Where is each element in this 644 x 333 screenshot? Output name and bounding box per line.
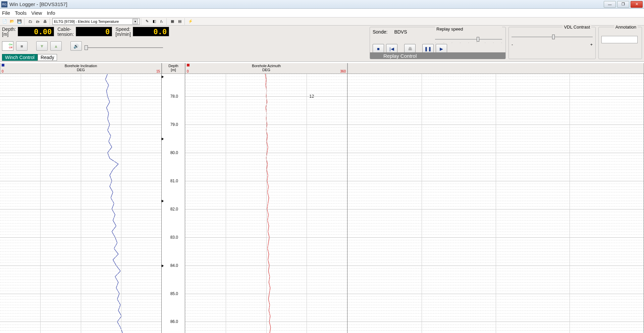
speed-readout: 0.0	[133, 27, 169, 36]
vdl-plus: +	[590, 42, 593, 47]
replay-stop-button[interactable]: ■	[373, 44, 384, 53]
inc-marker-icon	[2, 64, 4, 66]
winch-stop-button[interactable]: ■	[16, 41, 28, 51]
annotation-legend: Annotation	[614, 25, 638, 30]
tool-combo-text: ELTG [9739] - Electric Log Temperature	[54, 19, 119, 23]
cable-readout: 0	[76, 27, 112, 36]
replay-restart-button[interactable]: |◀	[386, 44, 397, 53]
toolbar: 📄 📂 💾 🗀 🗁 🖶 ELTG [9739] - Electric Log T…	[0, 17, 644, 26]
toolbar-grid-icon[interactable]: ▦	[169, 18, 176, 25]
title-bar: RG Win Logger - [BDVS3157] — ❐ ✕	[0, 0, 644, 9]
toolbar-bolt-icon[interactable]: ⚡	[187, 18, 194, 25]
ready-status: Ready	[38, 54, 57, 61]
azi-marker-icon	[187, 64, 190, 66]
chevron-down-icon: ▾	[132, 19, 138, 24]
menu-info[interactable]: Info	[47, 10, 55, 16]
sonde-value: BDVS	[394, 29, 407, 35]
winch-down-button[interactable]: ▼	[36, 41, 48, 51]
plot-depth[interactable]: 78.079.080.081.082.083.084.085.086.0	[162, 74, 185, 333]
toolbar-new-icon[interactable]: 📄	[1, 18, 8, 25]
toolbar-print-icon[interactable]: 🖶	[42, 18, 48, 25]
cable-label: Cable-tension:	[57, 27, 74, 37]
vdl-legend: VDL Contrast	[562, 25, 591, 30]
menu-tools[interactable]: Tools	[15, 10, 26, 16]
maximize-button[interactable]: ❐	[617, 1, 629, 8]
close-button[interactable]: ✕	[631, 1, 643, 8]
replay-speed-slider[interactable]	[435, 39, 502, 40]
plot-inclination[interactable]	[0, 74, 162, 333]
replay-pause-button[interactable]: ❚❚	[422, 44, 434, 53]
tool-combo[interactable]: ELTG [9739] - Electric Log Temperature ▾	[52, 18, 140, 25]
toolbar-open-icon[interactable]: 📂	[9, 18, 15, 25]
sonde-label: Sonde:	[373, 29, 387, 35]
replay-play-button[interactable]: ▶	[436, 44, 447, 53]
toolbar-folder-icon[interactable]: 🗀	[27, 18, 34, 25]
toolbar-wand-icon[interactable]: ✎	[144, 18, 150, 25]
onoff-toggle[interactable]: OnOff	[2, 41, 13, 51]
toolbar-fx-icon[interactable]: fₓ	[158, 18, 165, 25]
menu-file[interactable]: File	[2, 10, 10, 16]
track-header-blank	[347, 63, 644, 74]
toolbar-fileopen-icon[interactable]: 🗁	[34, 18, 41, 25]
speed-label: Speed:[m/min]	[115, 27, 131, 37]
toolbar-save-icon[interactable]: 💾	[16, 18, 23, 25]
plot-azimuth[interactable]: 12	[185, 74, 347, 333]
window-title: Win Logger - [BDVS3157]	[9, 1, 604, 7]
replay-print-button[interactable]: 🖶	[404, 44, 416, 53]
menu-view[interactable]: View	[31, 10, 42, 16]
menu-bar: File Tools View Info	[0, 9, 644, 17]
minimize-button[interactable]: —	[604, 1, 616, 8]
track-header-azimuth: Borehole Azimuth DEG 0 360	[185, 63, 347, 74]
annotation-panel: Annotation	[598, 27, 642, 59]
depth-label: Depth:[m]	[2, 27, 16, 37]
winch-sound-button[interactable]: 🔊	[70, 41, 82, 51]
log-chart: Borehole Inclination DEG 0 15 Depth [m] …	[0, 63, 644, 333]
replay-panel: Sonde: BDVS Replay speed ········· ■ |◀ …	[370, 27, 506, 59]
winch-control-status: Winch Control	[2, 54, 38, 61]
toolbar-chart-icon[interactable]: ◧	[151, 18, 158, 25]
vdl-contrast-slider[interactable]	[512, 37, 593, 37]
vdl-minus: -	[512, 42, 513, 47]
app-icon: RG	[1, 1, 7, 7]
depth-readout: 0.00	[18, 27, 54, 36]
vdl-panel: VDL Contrast - +	[508, 27, 596, 59]
winch-speed-slider[interactable]	[85, 44, 163, 51]
replay-status-bar: Replay Control	[370, 52, 505, 59]
replay-speed-legend: Replay speed	[435, 27, 502, 32]
track-header-depth: Depth [m]	[162, 63, 185, 74]
annotation-input[interactable]	[601, 36, 638, 43]
track-header-inclination: Borehole Inclination DEG 0 15	[0, 63, 162, 74]
plot-blank	[347, 74, 644, 333]
toolbar-cal-icon[interactable]: ▤	[176, 18, 183, 25]
control-strip: Depth:[m] 0.00 Cable-tension: 0 Speed:[m…	[0, 26, 644, 62]
winch-up-button[interactable]: ▲	[50, 41, 62, 51]
